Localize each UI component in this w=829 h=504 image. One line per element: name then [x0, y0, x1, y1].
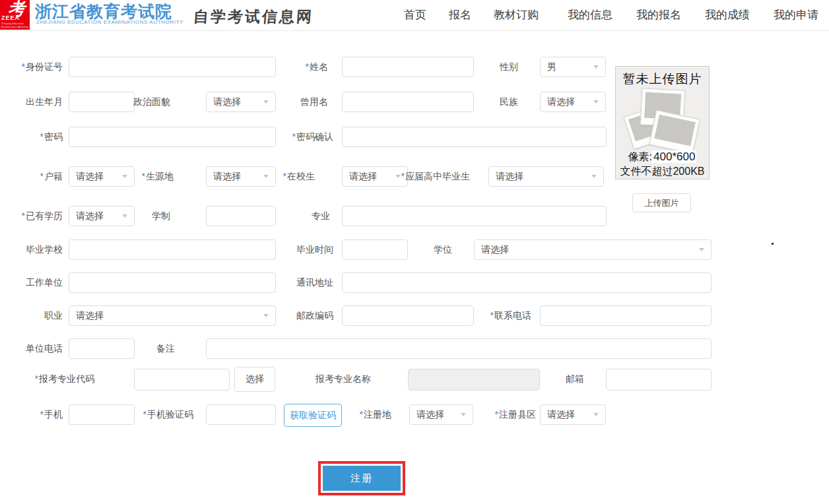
label-grad-school: 毕业学校: [3, 239, 63, 260]
label-id-number: *身份证号: [3, 57, 63, 77]
chevron-down-icon: [461, 413, 466, 416]
required-mark: *: [40, 131, 44, 142]
password-confirm-input[interactable]: [342, 127, 607, 147]
required-mark: *: [306, 61, 309, 72]
label-in-school: *在校生: [249, 166, 315, 187]
label-postcode: 邮政编码: [264, 305, 333, 326]
label-remarks: 备注: [109, 338, 175, 359]
label-employer: 工作单位: [3, 272, 63, 293]
stray-dot: [772, 243, 774, 245]
label-password: *密码: [3, 127, 63, 147]
label-work-phone: 单位电话: [3, 338, 63, 359]
label-grad-time: 毕业时间: [264, 239, 333, 260]
label-password-confirm: *密码确认: [264, 127, 333, 147]
label-school-years: 学制: [104, 206, 170, 226]
required-mark: *: [22, 61, 25, 72]
upload-photo-button[interactable]: 上传图片: [632, 193, 691, 212]
required-mark: *: [40, 409, 44, 420]
postcode-input[interactable]: [342, 305, 474, 326]
required-mark: *: [292, 131, 296, 142]
logo-acronym: ZEEA: [1, 15, 20, 21]
address-input[interactable]: [342, 272, 712, 293]
logo-subtext-2: Examinations Authority: [1, 25, 28, 28]
grad-school-input[interactable]: [69, 239, 276, 260]
gender-select[interactable]: 男: [540, 57, 606, 77]
nav-my-apply[interactable]: 我的申请: [774, 0, 818, 30]
size-requirement: 文件不超过200KB: [616, 165, 709, 179]
reg-place-select[interactable]: 请选择: [409, 404, 473, 425]
id-number-input[interactable]: [69, 57, 276, 77]
major-input[interactable]: [342, 206, 607, 226]
org-title-en: ZHEJIANG EDUCATION EXAMINATIONS AUTHORIT…: [36, 19, 183, 25]
required-mark: *: [490, 310, 494, 321]
photo-placeholder: 暂未上传图片 像素:400*600 文件不超过200KB: [615, 66, 710, 179]
required-mark: *: [40, 171, 44, 181]
label-address: 通讯地址: [264, 272, 333, 293]
label-major: 专业: [264, 206, 330, 226]
nav-my-info[interactable]: 我的信息: [568, 0, 613, 30]
register-highlight-box: 注册: [318, 461, 405, 495]
label-name: *姓名: [264, 57, 328, 77]
label-political: 政治面貌: [106, 92, 170, 112]
label-reg-county: *注册县区: [470, 404, 536, 425]
email-input[interactable]: [606, 369, 712, 391]
remarks-input[interactable]: [206, 338, 712, 359]
label-sms-code: *手机验证码: [127, 404, 193, 425]
label-major-code: *报考专业代码: [15, 369, 94, 389]
register-button[interactable]: 注册: [323, 466, 401, 491]
required-mark: *: [22, 210, 25, 221]
no-photo-text: 暂未上传图片: [616, 71, 709, 88]
degree-select[interactable]: 请选择: [474, 239, 712, 260]
label-occupation: 职业: [3, 305, 63, 326]
hs-graduate-select[interactable]: 请选择: [488, 166, 604, 187]
label-contact-phone: *联系电话: [465, 305, 531, 326]
label-major-name: 报考专业名称: [315, 369, 401, 389]
chevron-down-icon: [593, 65, 599, 69]
password-input[interactable]: [69, 127, 276, 147]
employer-input[interactable]: [69, 272, 276, 293]
choose-major-button[interactable]: 选择: [234, 367, 275, 392]
required-mark: *: [283, 171, 286, 181]
registration-page: 考 ZEEA Zhejiang Education Examinations A…: [0, 0, 829, 504]
label-hs-graduate: *应届高中毕业生: [389, 166, 470, 187]
nav-my-scores[interactable]: 我的成绩: [705, 0, 750, 30]
label-mobile: *手机: [3, 404, 63, 425]
required-mark: *: [401, 171, 405, 181]
chevron-down-icon: [699, 248, 704, 251]
chevron-down-icon: [593, 413, 599, 416]
major-code-input[interactable]: [134, 369, 230, 391]
label-reg-place: *注册地: [325, 404, 391, 425]
required-mark: *: [142, 171, 145, 181]
label-degree: 学位: [386, 239, 452, 260]
site-name: 自学考试信息网: [193, 7, 314, 27]
required-mark: *: [35, 373, 38, 384]
required-mark: *: [360, 409, 363, 420]
reg-county-select[interactable]: 请选择: [540, 404, 606, 425]
header: 考 ZEEA Zhejiang Education Examinations A…: [0, 0, 829, 31]
occupation-select[interactable]: 请选择: [69, 305, 276, 326]
nav-materials[interactable]: 教材订购: [494, 0, 539, 30]
nav-signup[interactable]: 报名: [449, 0, 471, 30]
pixel-requirement: 像素:400*600: [616, 150, 709, 164]
ethnicity-select[interactable]: 请选择: [540, 92, 606, 112]
label-education: *已有学历: [3, 206, 63, 226]
label-former-name: 曾用名: [264, 92, 328, 112]
label-email: 邮箱: [518, 369, 584, 389]
chevron-down-icon: [593, 100, 599, 104]
label-gender: 性别: [452, 57, 518, 77]
contact-phone-input[interactable]: [540, 305, 712, 326]
chevron-down-icon: [591, 175, 597, 178]
photo-stack-illustration: [616, 88, 709, 151]
label-birth: 出生年月: [3, 92, 63, 112]
label-origin: *生源地: [108, 166, 174, 187]
label-ethnicity: 民族: [452, 92, 518, 112]
nav-home[interactable]: 首页: [404, 0, 426, 30]
required-mark: *: [495, 409, 498, 420]
mobile-input[interactable]: [69, 404, 135, 425]
sms-code-input[interactable]: [206, 404, 276, 425]
zeea-logo: 考 ZEEA Zhejiang Education Examinations A…: [0, 0, 30, 30]
nav-my-signup[interactable]: 我的报名: [636, 0, 681, 30]
label-household: *户籍: [3, 166, 63, 187]
required-mark: *: [143, 409, 147, 420]
